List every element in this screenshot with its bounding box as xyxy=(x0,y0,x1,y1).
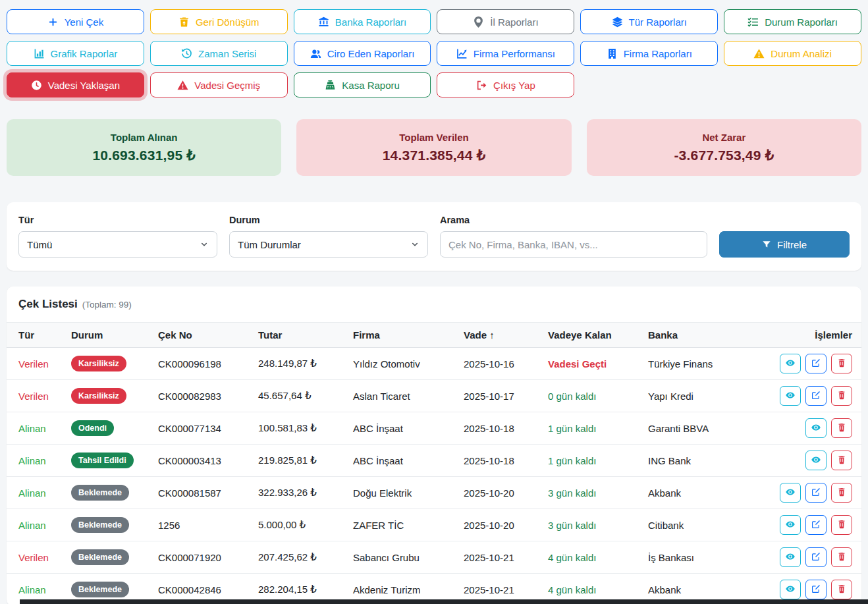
column-header-durum[interactable]: Durum xyxy=(66,323,153,348)
cell-vade: 2025-10-20 xyxy=(458,509,543,541)
view-button[interactable] xyxy=(780,354,801,373)
summary-value: 14.371.385,44 ₺ xyxy=(383,148,486,163)
zaman-serisi-button[interactable]: Zaman Serisi xyxy=(150,41,288,66)
table-row: VerilenBeklemedeCK000071920207.425,62 ₺S… xyxy=(7,541,861,574)
summary-card-net-zarar: Net Zarar -3.677.753,49 ₺ xyxy=(587,119,861,176)
filter-durum-group: Durum Tüm Durumlar xyxy=(229,215,428,258)
il-raporlari-button[interactable]: İl Raporları xyxy=(437,9,574,34)
eye-icon xyxy=(786,552,795,563)
tur-select[interactable]: Tümü xyxy=(18,231,217,258)
cell-vade: 2025-10-18 xyxy=(458,445,543,477)
cell-tur: Alinan xyxy=(7,412,66,445)
view-button[interactable] xyxy=(780,483,801,503)
vadesi-yaklasan-button[interactable]: Vadesi Yaklaşan xyxy=(7,72,144,97)
summary-card-toplam-verilen: Toplam Verilen 14.371.385,44 ₺ xyxy=(296,119,571,176)
cell-islemler xyxy=(764,509,861,541)
grafik-raporlar-button-label: Grafik Raporlar xyxy=(51,48,118,59)
cell-tur: Alinan xyxy=(7,477,66,509)
cikis-yap-button[interactable]: Çıkış Yap xyxy=(437,72,574,97)
edit-button[interactable] xyxy=(805,547,827,567)
durum-raporlari-button[interactable]: Durum Raporları xyxy=(724,9,861,34)
eye-icon xyxy=(786,358,795,370)
firma-performansi-button[interactable]: Firma Performansı xyxy=(437,41,574,66)
grafik-raporlar-button[interactable]: Grafik Raporlar xyxy=(7,41,144,66)
tur-raporlari-button[interactable]: Tür Raporları xyxy=(580,9,718,34)
view-button[interactable] xyxy=(780,515,801,535)
edit-button[interactable] xyxy=(805,515,827,535)
cell-tutar: 207.425,62 ₺ xyxy=(253,541,348,574)
check-table: TürDurumÇek NoTutarFirmaVade ↑Vadeye Kal… xyxy=(7,323,861,604)
delete-button[interactable] xyxy=(831,515,852,535)
cell-islemler xyxy=(764,445,861,477)
column-header-islemler[interactable]: İşlemler xyxy=(764,323,861,348)
cell-banka: Garanti BBVA xyxy=(643,412,764,445)
search-input[interactable] xyxy=(440,231,707,258)
status-badge: Beklemede xyxy=(71,485,129,501)
il-raporlari-button-label: İl Raporları xyxy=(490,16,538,28)
arama-filter-label: Arama xyxy=(440,215,707,225)
page: Yeni ÇekGeri DönüşümBanka Raporlarıİl Ra… xyxy=(0,0,868,604)
cell-cek-no: CK000082983 xyxy=(153,380,253,412)
view-button[interactable] xyxy=(780,580,801,599)
geri-donusum-button[interactable]: Geri Dönüşüm xyxy=(150,9,288,34)
edit-button[interactable] xyxy=(805,580,827,599)
cell-firma: ABC İnşaat xyxy=(348,412,458,445)
column-header-cek-no[interactable]: Çek No xyxy=(153,323,253,348)
delete-button[interactable] xyxy=(831,451,852,470)
cell-vade: 2025-10-21 xyxy=(458,541,543,574)
view-button[interactable] xyxy=(780,386,801,406)
column-header-firma[interactable]: Firma xyxy=(348,323,458,348)
durum-select[interactable]: Tüm Durumlar xyxy=(229,231,428,258)
ciro-eden-raporlari-button[interactable]: Ciro Eden Raporları xyxy=(294,41,431,66)
table-row: AlinanBeklemede12565.000,00 ₺ZAFER TİC20… xyxy=(7,509,861,541)
delete-button[interactable] xyxy=(831,483,852,503)
cell-durum: Beklemede xyxy=(66,477,153,509)
column-header-banka[interactable]: Banka xyxy=(643,323,764,348)
kasa-raporu-button[interactable]: Kasa Raporu xyxy=(294,72,431,97)
column-header-tutar[interactable]: Tutar xyxy=(253,323,348,348)
edit-button[interactable] xyxy=(805,483,827,503)
firma-raporlari-button[interactable]: Firma Raporları xyxy=(580,41,718,66)
cell-cek-no: 1256 xyxy=(153,509,253,541)
pencil-square-icon xyxy=(811,391,821,402)
vadesi-gecmis-button-label: Vadesi Geçmiş xyxy=(194,80,260,91)
delete-button[interactable] xyxy=(831,386,852,406)
cell-tutar: 100.581,83 ₺ xyxy=(253,412,348,445)
edit-button[interactable] xyxy=(805,386,827,406)
trash-icon xyxy=(837,358,846,370)
delete-button[interactable] xyxy=(831,547,852,567)
status-badge: Tahsil Edildi xyxy=(71,453,134,468)
summary-title: Toplam Verilen xyxy=(399,132,469,143)
vadesi-gecmis-button[interactable]: Vadesi Geçmiş xyxy=(150,72,288,97)
filter-tur-group: Tür Tümü xyxy=(18,215,217,258)
view-button[interactable] xyxy=(805,418,827,438)
delete-button[interactable] xyxy=(831,418,852,438)
yeni-cek-button-label: Yeni Çek xyxy=(65,16,104,28)
cell-firma: Yıldız Otomotiv xyxy=(348,348,458,380)
pencil-square-icon xyxy=(811,552,821,563)
cikis-yap-button-label: Çıkış Yap xyxy=(493,80,535,91)
trash-icon xyxy=(837,391,846,402)
delete-button[interactable] xyxy=(831,580,852,599)
edit-button[interactable] xyxy=(805,354,827,373)
pencil-square-icon xyxy=(811,520,821,531)
view-button[interactable] xyxy=(780,547,801,567)
delete-button[interactable] xyxy=(831,354,852,373)
cell-firma: Aslan Ticaret xyxy=(348,380,458,412)
cell-banka: ING Bank xyxy=(643,445,764,477)
column-header-vade[interactable]: Vade ↑ xyxy=(458,323,543,348)
banka-raporlari-button[interactable]: Banka Raporları xyxy=(294,9,431,34)
building-icon xyxy=(607,48,618,59)
cell-cek-no: CK000081587 xyxy=(153,477,253,509)
view-button[interactable] xyxy=(805,451,827,470)
status-badge: Odendi xyxy=(71,420,114,436)
column-header-vadeye-kalan[interactable]: Vadeye Kalan xyxy=(543,323,643,348)
cell-durum: Tahsil Edildi xyxy=(66,445,153,477)
yeni-cek-button[interactable]: Yeni Çek xyxy=(7,9,144,34)
pencil-square-icon xyxy=(811,487,821,499)
column-header-tur[interactable]: Tür xyxy=(7,323,66,348)
summary-title: Toplam Alınan xyxy=(111,132,178,143)
filtrele-button[interactable]: Filtrele xyxy=(719,231,850,258)
history-icon xyxy=(181,48,192,59)
durum-analizi-button[interactable]: Durum Analizi xyxy=(724,41,861,66)
